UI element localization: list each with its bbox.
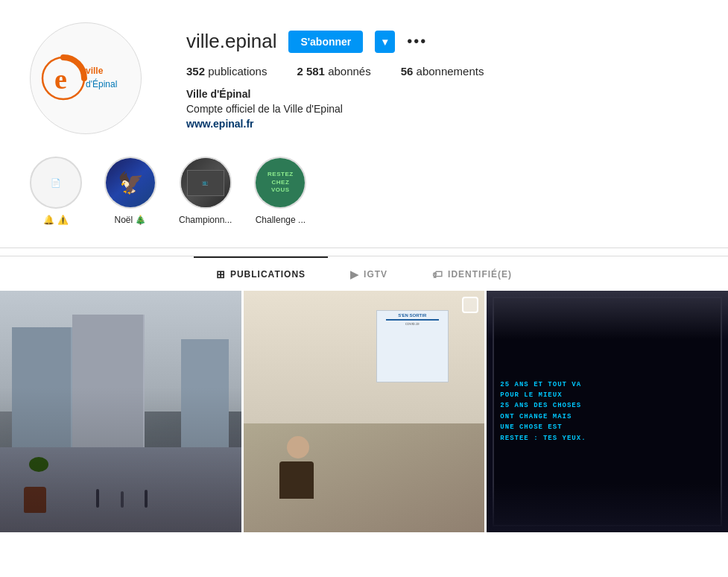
username: ville.epinal [186, 30, 276, 53]
tab-identifie-label: IDENTIFIÉ(E) [448, 269, 512, 280]
avatar: e ville d'Épinal [30, 22, 142, 134]
svg-text:d'Épinal: d'Épinal [86, 78, 117, 89]
story-item[interactable]: 🦅 Noël 🎄 [104, 157, 156, 225]
profile-link[interactable]: www.epinal.fr [186, 118, 254, 130]
story-label: Noël 🎄 [114, 215, 146, 225]
abonnes-stat[interactable]: 2 581 abonnés [297, 65, 370, 78]
profile-info: ville.epinal S'abonner ▾ ••• 352 publica… [186, 22, 698, 130]
tab-igtv[interactable]: ▶ IGTV [328, 256, 410, 291]
tab-publications[interactable]: ⊞ PUBLICATIONS [194, 256, 328, 291]
dropdown-button[interactable]: ▾ [375, 31, 395, 53]
tabs-row: ⊞ PUBLICATIONS ▶ IGTV 🏷 IDENTIFIÉ(E) [0, 256, 728, 291]
multi-select-icon [462, 297, 478, 313]
tab-publications-label: PUBLICATIONS [230, 269, 306, 280]
epinal-logo-svg: e ville d'Épinal [41, 47, 130, 110]
story-circle: 📺 [180, 157, 232, 209]
grid-icon: ⊞ [216, 268, 226, 280]
profile-bio: Compte officiel de la Ville d'Epinal [186, 103, 698, 115]
divider [0, 247, 728, 248]
igtv-icon: ▶ [350, 268, 359, 280]
grid-cell[interactable]: S'EN SORTIR COVID-19 [244, 291, 485, 532]
photo-grid: S'EN SORTIR COVID-19 25 ANS ET TOUT VA [0, 291, 728, 532]
story-item[interactable]: 📄 🔔 ⚠️ [30, 157, 82, 225]
story-item[interactable]: 📺 Championn... [179, 157, 232, 225]
story-label: Championn... [179, 215, 232, 225]
tag-icon: 🏷 [432, 268, 443, 280]
stories-section: 📄 🔔 ⚠️ 🦅 Noël 🎄 📺 Championn... [0, 149, 728, 240]
publications-stat: 352 publications [186, 65, 267, 78]
display-name: Ville d'Épinal [186, 88, 698, 100]
story-label: 🔔 ⚠️ [43, 215, 68, 225]
story-circle: RESTEZCHEZVOUS [254, 157, 306, 209]
story-item[interactable]: RESTEZCHEZVOUS Challenge ... [254, 157, 306, 225]
more-options-button[interactable]: ••• [407, 33, 427, 50]
stats-row: 352 publications 2 581 abonnés 56 abonne… [186, 65, 698, 78]
profile-header-row: ville.epinal S'abonner ▾ ••• [186, 30, 698, 53]
svg-text:e: e [54, 63, 67, 95]
tab-igtv-label: IGTV [364, 269, 387, 280]
abonnements-stat[interactable]: 56 abonnements [401, 65, 484, 78]
grid-cell[interactable] [0, 291, 241, 532]
tab-identifie[interactable]: 🏷 IDENTIFIÉ(E) [410, 256, 534, 291]
subscribe-button[interactable]: S'abonner [288, 31, 363, 53]
grid-cell[interactable]: 25 ANS ET TOUT VA POUR LE MIEUX 25 ANS D… [487, 291, 728, 532]
story-circle: 🦅 [104, 157, 156, 209]
story-label: Challenge ... [256, 215, 306, 225]
profile-section: e ville d'Épinal ville.epinal S'abonner … [0, 0, 728, 149]
story-circle: 📄 [30, 157, 82, 209]
svg-text:ville: ville [86, 66, 104, 76]
